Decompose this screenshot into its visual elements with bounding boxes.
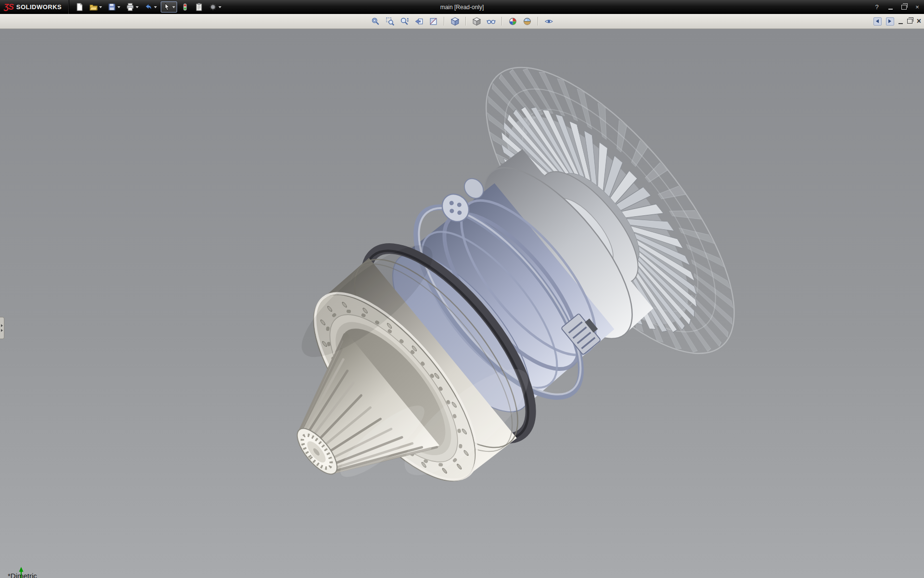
print-icon	[126, 3, 134, 11]
heads-up-view-toolbar: ×	[0, 14, 924, 29]
zoom-to-area-icon	[385, 17, 395, 26]
splitter-arrow-icon	[1, 324, 3, 327]
dropdown-caret-icon	[154, 6, 157, 8]
doc-restore-button[interactable]	[907, 19, 912, 24]
zoom-to-fit-button[interactable]	[370, 15, 381, 27]
file-properties-button[interactable]	[193, 1, 205, 13]
restore-icon	[907, 19, 912, 24]
toolbar-separator	[444, 17, 444, 26]
view-orientation-button[interactable]	[449, 15, 461, 27]
doc-minimize-button[interactable]	[898, 19, 903, 24]
toolbar-separator	[501, 17, 502, 26]
y-axis-arrow-icon	[19, 567, 24, 572]
zoom-in-out-button[interactable]	[398, 15, 410, 27]
save-floppy-icon	[108, 3, 116, 11]
minimize-icon	[888, 9, 893, 10]
previous-view-icon	[414, 17, 424, 26]
select-tool-button[interactable]	[161, 1, 177, 13]
new-document-icon	[76, 3, 84, 11]
undo-button[interactable]	[142, 1, 159, 13]
scene-ball-icon	[523, 17, 532, 26]
stoplight-icon	[181, 3, 189, 11]
brand-name: SOLIDWORKS	[16, 3, 62, 11]
options-button[interactable]	[207, 1, 223, 13]
display-style-button[interactable]	[471, 15, 482, 27]
titlebar: ƷS SOLIDWORKS	[0, 0, 924, 14]
rebuild-stoplight-button[interactable]	[179, 1, 191, 13]
print-button[interactable]	[124, 1, 141, 13]
minimize-button[interactable]	[886, 3, 894, 11]
toolbar-separator	[465, 17, 466, 26]
previous-view-button[interactable]	[413, 15, 424, 27]
feature-tree-splitter[interactable]	[0, 317, 4, 339]
previous-window-button[interactable]	[873, 17, 882, 26]
minimize-icon	[898, 23, 903, 24]
restore-button[interactable]	[900, 3, 908, 11]
edit-appearance-button[interactable]	[507, 15, 518, 27]
zoom-in-out-icon	[400, 17, 409, 26]
view-settings-button[interactable]	[543, 15, 554, 27]
view-cube-icon	[450, 17, 460, 26]
select-cursor-icon	[163, 3, 171, 11]
apply-scene-button[interactable]	[521, 15, 533, 27]
help-button[interactable]: ?	[873, 3, 881, 11]
view-tools	[370, 15, 554, 27]
gear-icon	[209, 3, 217, 11]
dropdown-caret-icon	[99, 6, 102, 8]
restore-icon	[901, 5, 907, 10]
open-button[interactable]	[88, 1, 104, 13]
glasses-icon	[487, 17, 496, 26]
graphics-viewport[interactable]: *Dimetric	[0, 29, 924, 578]
dropdown-caret-icon	[117, 6, 120, 8]
jet-engine-model[interactable]	[197, 30, 776, 578]
display-style-cube-icon	[472, 17, 481, 26]
eye-icon	[544, 17, 553, 26]
section-view-button[interactable]	[427, 15, 439, 27]
dropdown-caret-icon	[218, 6, 221, 8]
clipboard-icon	[195, 3, 203, 11]
document-window-controls: ×	[873, 14, 921, 28]
standard-toolbar	[69, 1, 223, 13]
solidworks-logo-icon: ƷS	[4, 2, 13, 12]
undo-arrow-icon	[144, 3, 153, 11]
arrow-left-icon	[876, 19, 879, 23]
new-document-button[interactable]	[74, 1, 86, 13]
splitter-arrow-icon	[1, 329, 3, 332]
zoom-to-area-button[interactable]	[384, 15, 396, 27]
view-orientation-label: *Dimetric	[8, 572, 37, 578]
dropdown-caret-icon	[136, 6, 139, 8]
next-window-button[interactable]	[886, 17, 894, 26]
arrow-right-icon	[888, 19, 891, 23]
open-folder-icon	[90, 3, 98, 11]
viewport-canvas[interactable]	[0, 29, 924, 578]
save-button[interactable]	[106, 1, 122, 13]
section-view-icon	[429, 17, 438, 26]
hide-show-items-button[interactable]	[485, 15, 497, 27]
app-brand: ƷS SOLIDWORKS	[0, 0, 69, 14]
dropdown-caret-icon	[172, 6, 175, 8]
app-window-controls: ? ×	[873, 0, 921, 14]
doc-close-button[interactable]: ×	[917, 17, 921, 25]
window-title: main [Read-only]	[440, 4, 484, 11]
toolbar-separator	[538, 17, 538, 26]
appearance-ball-icon	[508, 17, 517, 26]
close-button[interactable]: ×	[913, 3, 921, 11]
zoom-to-fit-icon	[371, 17, 380, 26]
